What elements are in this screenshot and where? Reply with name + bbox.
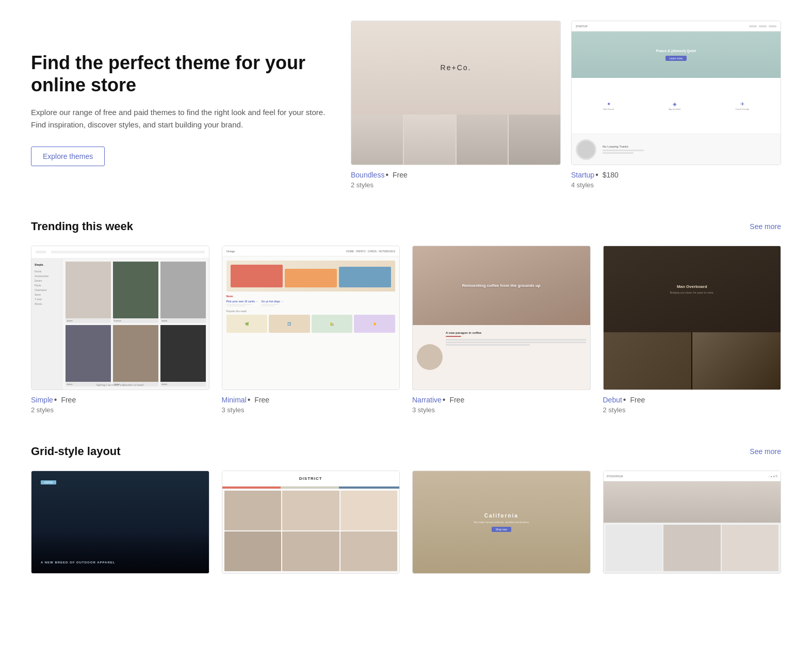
narrative-tagline: Reinventing coffee from the grounds up: [462, 283, 541, 288]
hero-text: Find the perfect theme for your online s…: [31, 21, 330, 166]
minimal-link-2: Go ya hot dogs →: [261, 300, 283, 303]
minimal-link[interactable]: Minimal: [222, 396, 247, 404]
startup-price: $180: [603, 171, 619, 179]
trending-section: Trending this week See more Simple.: [31, 220, 781, 414]
narrative-product-img: [417, 344, 443, 370]
california-cta[interactable]: Shop now: [492, 527, 511, 532]
california-preview[interactable]: California We make honest products, dura…: [412, 471, 591, 574]
debut-subtitle: Bringing you closer, for years to come.: [670, 291, 714, 294]
debut-price: Free: [630, 396, 645, 404]
simple-price: Free: [61, 396, 76, 404]
hero-description: Explore our range of free and paid theme…: [31, 106, 330, 131]
debut-preview[interactable]: Man Overboard Bringing you closer, for y…: [603, 246, 782, 390]
minimal-preview[interactable]: Vintage HOME · PRINTS · CARDS · NOTEBOOK…: [222, 246, 400, 390]
debut-meta: Debut•Free 2 styles: [603, 395, 782, 414]
aspen-tagline: A NEW BREED OF OUTDOOR APPAREL: [41, 561, 115, 564]
aspen-logo: ASPEN: [41, 480, 56, 484]
grid-title: Grid-style layout: [31, 445, 121, 458]
boundless-link[interactable]: Boundless: [351, 171, 384, 179]
startup-styles: 4 styles: [571, 181, 781, 189]
startup-icon-1: ✦: [603, 101, 614, 107]
startup-hero-text: Peace & (Almost) Quiet: [656, 49, 696, 53]
startup-preview[interactable]: STARTUP Peace & (Almost) Quiet Learn mor…: [571, 21, 781, 165]
startup-link[interactable]: Startup: [571, 171, 594, 179]
theme-card-debut: Man Overboard Bringing you closer, for y…: [603, 246, 782, 414]
stockholm-preview[interactable]: STOCKHOLM ♪ ● ★ ☰: [603, 471, 782, 574]
narrative-link[interactable]: Narrative: [412, 396, 442, 404]
hero-title: Find the perfect theme for your online s…: [31, 52, 330, 96]
simple-link[interactable]: Simple: [31, 396, 53, 404]
aspen-preview[interactable]: ASPEN A NEW BREED OF OUTDOOR APPAREL: [31, 471, 209, 574]
trending-grid: Simple. HomeAccessoriesDenimPantsOuterwe…: [31, 246, 781, 414]
narrative-desc-title: A new paragon in coffee: [446, 331, 586, 334]
minimal-price: Free: [254, 396, 269, 404]
startup-product-img: [576, 139, 596, 160]
theme-card-narrative: Reinventing coffee from the grounds up A…: [412, 246, 591, 414]
trending-see-more[interactable]: See more: [750, 222, 781, 231]
narrative-price: Free: [449, 396, 464, 404]
debut-styles: 2 styles: [603, 406, 782, 414]
theme-card-district: DISTRICT: [222, 471, 400, 574]
narrative-meta: Narrative•Free 3 styles: [412, 395, 591, 414]
theme-card-stockholm: STOCKHOLM ♪ ● ★ ☰: [603, 471, 782, 574]
minimal-popular-label: Popular this week: [226, 310, 396, 313]
stockholm-logo: STOCKHOLM: [607, 475, 623, 478]
minimal-link-1: Pick your own 10 cards →: [226, 300, 258, 303]
debut-tagline: Man Overboard: [670, 284, 714, 289]
simple-meta: Simple•Free 2 styles: [31, 395, 209, 414]
simple-styles: 2 styles: [31, 406, 209, 414]
debut-link[interactable]: Debut: [603, 396, 622, 404]
minimal-meta: Minimal•Free 3 styles: [222, 395, 400, 414]
grid-see-more[interactable]: See more: [750, 447, 781, 456]
hero-theme-boundless: Re+Co. Boundless•Free 2 styles: [351, 21, 561, 189]
boundless-logo-text: Re+Co.: [441, 63, 472, 72]
minimal-styles: 3 styles: [222, 406, 400, 414]
trending-header: Trending this week See more: [31, 220, 781, 233]
theme-card-minimal: Vintage HOME · PRINTS · CARDS · NOTEBOOK…: [222, 246, 400, 414]
boundless-preview[interactable]: Re+Co.: [351, 21, 561, 165]
startup-meta: Startup•$180 4 styles: [571, 170, 781, 189]
narrative-styles: 3 styles: [412, 406, 591, 414]
page-container: Find the perfect theme for your online s…: [0, 0, 812, 615]
boundless-styles: 2 styles: [351, 181, 561, 189]
boundless-price: Free: [393, 171, 408, 179]
hero-theme-startup: STARTUP Peace & (Almost) Quiet Learn mor…: [571, 21, 781, 189]
startup-product-label: No Looping Tracks: [603, 145, 644, 148]
simple-preview[interactable]: Simple. HomeAccessoriesDenimPantsOuterwe…: [31, 246, 209, 390]
hero-section: Find the perfect theme for your online s…: [31, 21, 781, 189]
trending-title: Trending this week: [31, 220, 133, 233]
theme-card-aspen: ASPEN A NEW BREED OF OUTDOOR APPAREL: [31, 471, 209, 574]
startup-icon-3: ✈: [736, 101, 749, 107]
minimal-nav-logo: Vintage: [226, 250, 235, 253]
grid-themes-container: ASPEN A NEW BREED OF OUTDOOR APPAREL DIS…: [31, 471, 781, 574]
simple-tagline: Spring / summer collection is here!: [31, 383, 209, 386]
district-preview[interactable]: DISTRICT: [222, 471, 400, 574]
narrative-preview[interactable]: Reinventing coffee from the grounds up A…: [412, 246, 591, 390]
grid-section: Grid-style layout See more ASPEN A: [31, 445, 781, 574]
explore-themes-button[interactable]: Explore themes: [31, 147, 105, 166]
startup-logo-text: STARTUP: [576, 25, 588, 28]
district-logo: DISTRICT: [222, 471, 400, 487]
theme-card-simple: Simple. HomeAccessoriesDenimPantsOuterwe…: [31, 246, 209, 414]
startup-icon-2: ◈: [669, 101, 680, 107]
boundless-meta: Boundless•Free 2 styles: [351, 170, 561, 189]
california-title: California: [484, 513, 518, 519]
theme-card-california: California We make honest products, dura…: [412, 471, 591, 574]
hero-themes: Re+Co. Boundless•Free 2 styles: [351, 21, 781, 189]
california-tagline: We make honest products, durable and tim…: [474, 521, 529, 524]
minimal-featured: News: [226, 295, 396, 298]
grid-header: Grid-style layout See more: [31, 445, 781, 458]
